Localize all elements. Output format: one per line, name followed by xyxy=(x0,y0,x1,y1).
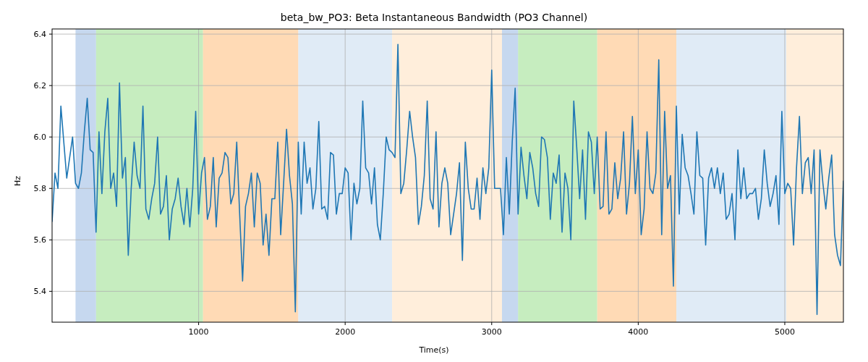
background-region xyxy=(392,29,502,322)
x-tick-label: 1000 xyxy=(189,327,209,337)
y-tick-label: 6.2 xyxy=(34,81,47,90)
x-tick-label: 3000 xyxy=(482,327,502,337)
y-tick-label: 5.6 xyxy=(34,235,47,245)
background-region xyxy=(676,29,786,322)
chart-container: beta_bw_PO3: Beta Instantaneous Bandwidt… xyxy=(0,0,868,362)
y-tick-label: 6.4 xyxy=(34,30,47,39)
plot-area: 100020003000400050005.45.65.86.06.26.4 xyxy=(0,0,868,362)
y-tick-label: 6.0 xyxy=(34,132,47,142)
x-tick-label: 2000 xyxy=(335,327,355,337)
y-tick-label: 5.4 xyxy=(34,287,47,296)
background-region xyxy=(75,29,95,322)
background-region xyxy=(502,29,518,322)
background-region xyxy=(518,29,597,322)
y-tick-label: 5.8 xyxy=(34,184,47,193)
background-region xyxy=(96,29,203,322)
x-tick-label: 4000 xyxy=(628,327,648,337)
x-tick-label: 5000 xyxy=(775,327,795,337)
